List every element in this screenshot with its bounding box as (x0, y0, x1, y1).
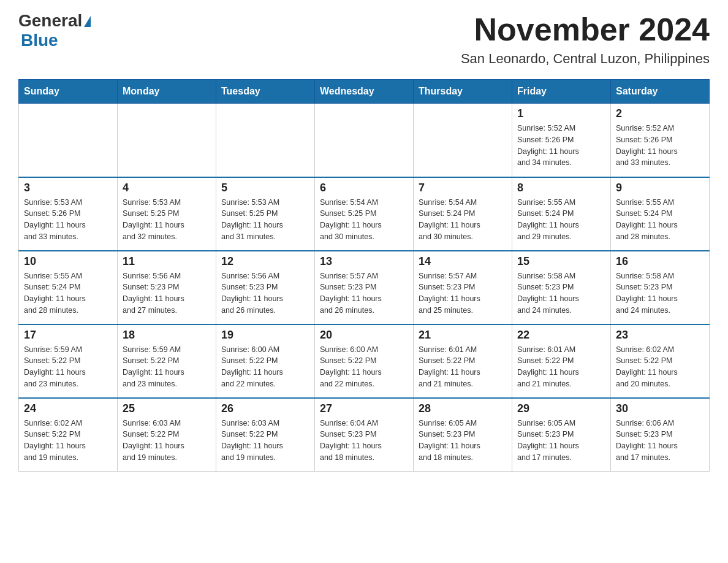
logo-general-text: General (18, 12, 82, 29)
day-sun-info: Sunrise: 5:54 AM Sunset: 5:25 PM Dayligh… (320, 197, 408, 243)
calendar-cell: 14Sunrise: 5:57 AM Sunset: 5:23 PM Dayli… (414, 251, 512, 324)
day-of-week-header: Sunday (19, 80, 118, 104)
day-number: 24 (24, 402, 112, 415)
calendar-cell: 20Sunrise: 6:00 AM Sunset: 5:22 PM Dayli… (315, 324, 414, 398)
day-sun-info: Sunrise: 5:58 AM Sunset: 5:23 PM Dayligh… (616, 270, 704, 316)
day-of-week-header: Friday (512, 80, 611, 104)
day-number: 18 (123, 329, 211, 342)
day-sun-info: Sunrise: 5:52 AM Sunset: 5:26 PM Dayligh… (616, 123, 704, 169)
day-sun-info: Sunrise: 6:05 AM Sunset: 5:23 PM Dayligh… (419, 418, 507, 464)
day-number: 19 (221, 329, 309, 342)
day-number: 29 (517, 402, 605, 415)
day-sun-info: Sunrise: 6:05 AM Sunset: 5:23 PM Dayligh… (517, 418, 605, 464)
day-sun-info: Sunrise: 5:53 AM Sunset: 5:25 PM Dayligh… (221, 197, 309, 243)
calendar-cell: 18Sunrise: 5:59 AM Sunset: 5:22 PM Dayli… (118, 324, 216, 398)
calendar-table: SundayMondayTuesdayWednesdayThursdayFrid… (18, 79, 710, 472)
day-number: 28 (419, 402, 507, 415)
day-number: 2 (616, 107, 704, 120)
calendar-cell: 12Sunrise: 5:56 AM Sunset: 5:23 PM Dayli… (216, 251, 315, 324)
day-number: 26 (221, 402, 309, 415)
calendar-week-row: 24Sunrise: 6:02 AM Sunset: 5:22 PM Dayli… (19, 398, 710, 472)
day-number: 23 (616, 329, 704, 342)
day-number: 5 (221, 182, 309, 194)
day-number: 14 (419, 255, 507, 268)
day-sun-info: Sunrise: 6:03 AM Sunset: 5:22 PM Dayligh… (221, 418, 309, 464)
calendar-cell: 9Sunrise: 5:55 AM Sunset: 5:24 PM Daylig… (611, 177, 710, 251)
day-sun-info: Sunrise: 5:53 AM Sunset: 5:25 PM Dayligh… (123, 197, 211, 243)
day-sun-info: Sunrise: 6:02 AM Sunset: 5:22 PM Dayligh… (24, 418, 112, 464)
day-number: 4 (123, 182, 211, 194)
day-number: 15 (517, 255, 605, 268)
calendar-cell: 7Sunrise: 5:54 AM Sunset: 5:24 PM Daylig… (414, 177, 512, 251)
day-of-week-header: Monday (118, 80, 216, 104)
day-sun-info: Sunrise: 5:59 AM Sunset: 5:22 PM Dayligh… (24, 344, 112, 390)
calendar-cell: 25Sunrise: 6:03 AM Sunset: 5:22 PM Dayli… (118, 398, 216, 472)
day-sun-info: Sunrise: 5:57 AM Sunset: 5:23 PM Dayligh… (320, 270, 408, 316)
calendar-cell: 3Sunrise: 5:53 AM Sunset: 5:26 PM Daylig… (19, 177, 118, 251)
calendar-cell: 1Sunrise: 5:52 AM Sunset: 5:26 PM Daylig… (512, 104, 611, 177)
calendar-cell (414, 104, 512, 177)
page-header: General Blue November 2024 San Leonardo,… (18, 12, 710, 67)
calendar-month-year: November 2024 (461, 12, 710, 47)
day-sun-info: Sunrise: 6:01 AM Sunset: 5:22 PM Dayligh… (517, 344, 605, 390)
day-sun-info: Sunrise: 6:04 AM Sunset: 5:23 PM Dayligh… (320, 418, 408, 464)
calendar-cell: 21Sunrise: 6:01 AM Sunset: 5:22 PM Dayli… (414, 324, 512, 398)
calendar-cell: 16Sunrise: 5:58 AM Sunset: 5:23 PM Dayli… (611, 251, 710, 324)
calendar-cell: 10Sunrise: 5:55 AM Sunset: 5:24 PM Dayli… (19, 251, 118, 324)
day-number: 11 (123, 255, 211, 268)
day-sun-info: Sunrise: 5:59 AM Sunset: 5:22 PM Dayligh… (123, 344, 211, 390)
day-sun-info: Sunrise: 6:02 AM Sunset: 5:22 PM Dayligh… (616, 344, 704, 390)
day-sun-info: Sunrise: 6:03 AM Sunset: 5:22 PM Dayligh… (123, 418, 211, 464)
calendar-cell: 28Sunrise: 6:05 AM Sunset: 5:23 PM Dayli… (414, 398, 512, 472)
calendar-cell: 27Sunrise: 6:04 AM Sunset: 5:23 PM Dayli… (315, 398, 414, 472)
calendar-header: SundayMondayTuesdayWednesdayThursdayFrid… (19, 80, 710, 104)
day-of-week-header: Wednesday (315, 80, 414, 104)
calendar-cell: 11Sunrise: 5:56 AM Sunset: 5:23 PM Dayli… (118, 251, 216, 324)
day-number: 3 (24, 182, 112, 194)
calendar-cell: 29Sunrise: 6:05 AM Sunset: 5:23 PM Dayli… (512, 398, 611, 472)
day-of-week-header: Saturday (611, 80, 710, 104)
days-of-week-row: SundayMondayTuesdayWednesdayThursdayFrid… (19, 80, 710, 104)
day-sun-info: Sunrise: 5:55 AM Sunset: 5:24 PM Dayligh… (616, 197, 704, 243)
calendar-cell: 23Sunrise: 6:02 AM Sunset: 5:22 PM Dayli… (611, 324, 710, 398)
day-sun-info: Sunrise: 5:55 AM Sunset: 5:24 PM Dayligh… (24, 270, 112, 316)
day-sun-info: Sunrise: 5:55 AM Sunset: 5:24 PM Dayligh… (517, 197, 605, 243)
day-number: 22 (517, 329, 605, 342)
calendar-week-row: 17Sunrise: 5:59 AM Sunset: 5:22 PM Dayli… (19, 324, 710, 398)
day-number: 7 (419, 182, 507, 194)
calendar-cell (118, 104, 216, 177)
calendar-cell: 4Sunrise: 5:53 AM Sunset: 5:25 PM Daylig… (118, 177, 216, 251)
day-number: 12 (221, 255, 309, 268)
calendar-cell: 5Sunrise: 5:53 AM Sunset: 5:25 PM Daylig… (216, 177, 315, 251)
day-number: 13 (320, 255, 408, 268)
day-number: 10 (24, 255, 112, 268)
day-number: 25 (123, 402, 211, 415)
day-number: 17 (24, 329, 112, 342)
calendar-title-area: November 2024 San Leonardo, Central Luzo… (461, 12, 710, 67)
day-sun-info: Sunrise: 5:52 AM Sunset: 5:26 PM Dayligh… (517, 123, 605, 169)
day-sun-info: Sunrise: 5:56 AM Sunset: 5:23 PM Dayligh… (221, 270, 309, 316)
calendar-cell: 2Sunrise: 5:52 AM Sunset: 5:26 PM Daylig… (611, 104, 710, 177)
calendar-cell: 6Sunrise: 5:54 AM Sunset: 5:25 PM Daylig… (315, 177, 414, 251)
calendar-location: San Leonardo, Central Luzon, Philippines (461, 51, 710, 67)
day-number: 16 (616, 255, 704, 268)
calendar-week-row: 10Sunrise: 5:55 AM Sunset: 5:24 PM Dayli… (19, 251, 710, 324)
day-number: 27 (320, 402, 408, 415)
day-sun-info: Sunrise: 6:06 AM Sunset: 5:23 PM Dayligh… (616, 418, 704, 464)
day-number: 21 (419, 329, 507, 342)
calendar-cell: 17Sunrise: 5:59 AM Sunset: 5:22 PM Dayli… (19, 324, 118, 398)
day-sun-info: Sunrise: 5:53 AM Sunset: 5:26 PM Dayligh… (24, 197, 112, 243)
logo-triangle-icon (84, 16, 91, 27)
logo: General Blue (18, 12, 91, 50)
calendar-cell (315, 104, 414, 177)
day-number: 1 (517, 107, 605, 120)
day-number: 9 (616, 182, 704, 194)
logo-blue-text: Blue (18, 31, 58, 50)
calendar-cell: 19Sunrise: 6:00 AM Sunset: 5:22 PM Dayli… (216, 324, 315, 398)
calendar-cell: 26Sunrise: 6:03 AM Sunset: 5:22 PM Dayli… (216, 398, 315, 472)
day-number: 20 (320, 329, 408, 342)
calendar-cell: 8Sunrise: 5:55 AM Sunset: 5:24 PM Daylig… (512, 177, 611, 251)
calendar-body: 1Sunrise: 5:52 AM Sunset: 5:26 PM Daylig… (19, 104, 710, 472)
calendar-cell: 22Sunrise: 6:01 AM Sunset: 5:22 PM Dayli… (512, 324, 611, 398)
day-number: 8 (517, 182, 605, 194)
